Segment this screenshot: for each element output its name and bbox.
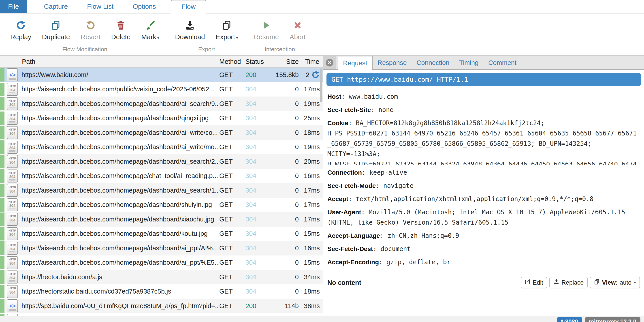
flow-time: 2 (299, 71, 323, 79)
header-value: none (378, 106, 394, 114)
flow-row[interactable]: <>https://www.baidu.com/GET200155.8kb2 (0, 68, 323, 82)
edit-button[interactable]: Edit (521, 277, 547, 288)
http-304-icon: HTTP304 (7, 141, 18, 154)
column-header-size[interactable]: Size (270, 58, 299, 65)
header-line[interactable]: Accept-Encoding: gzip, deflate, br (327, 257, 640, 267)
flow-time: 18ms (299, 288, 323, 295)
download-button[interactable]: Download (170, 19, 210, 41)
http-304-icon: HTTP304 (7, 227, 18, 240)
flow-status: 304 (246, 129, 270, 136)
tab-response[interactable]: Response (372, 56, 412, 69)
marker-strip (0, 198, 4, 212)
replace-button[interactable]: Replace (549, 277, 588, 288)
abort-button[interactable]: Abort (284, 19, 311, 41)
flow-row[interactable]: HTTP304https://aisearch.cdn.bcebos.com/h… (0, 198, 323, 212)
flow-row[interactable]: https://aisearch.cdn.bcebos.com/public/s… (0, 313, 323, 316)
column-header-method[interactable]: Method (219, 58, 246, 65)
header-line[interactable]: Sec-Fetch-Site: none (327, 105, 640, 115)
flow-size: 0 (270, 216, 299, 223)
replay-button[interactable]: Replay (5, 19, 36, 41)
menu-flow[interactable]: Flow (171, 0, 206, 14)
flow-path: https://aisearch.cdn.bcebos.com/homepage… (22, 158, 219, 165)
flow-method: GET (219, 100, 246, 108)
tab-timing[interactable]: Timing (454, 56, 483, 69)
html-document-icon: <> (7, 68, 18, 81)
flow-row[interactable]: HTTP304https://aisearch.cdn.bcebos.com/h… (0, 154, 323, 169)
marker-strip (0, 314, 4, 316)
flow-row[interactable]: HTTP304https://hectorstatic.baidu.com/cd… (0, 284, 323, 299)
header-line[interactable]: Host: www.baidu.com (327, 92, 640, 102)
flow-row[interactable]: HTTP304https://aisearch.cdn.bcebos.com/h… (0, 212, 323, 227)
menu-capture[interactable]: Capture (36, 0, 76, 13)
replaying-icon (311, 71, 320, 79)
menu-flow-list[interactable]: Flow List (79, 0, 122, 13)
column-header-path[interactable]: Path (0, 58, 219, 65)
flow-row[interactable]: HTTP304https://aisearch.cdn.bcebos.com/h… (0, 125, 323, 140)
flow-time: 17ms (299, 86, 323, 93)
header-line[interactable]: Accept-Language: zh-CN,zh-Hans;q=0.9 (327, 231, 640, 241)
mark-button[interactable]: Mark▾ (136, 19, 165, 41)
header-line[interactable]: Connection: keep-alive (327, 167, 640, 178)
flow-status: 304 (246, 288, 270, 295)
flow-method: GET (219, 201, 246, 208)
flow-method: GET (219, 288, 246, 295)
flow-status: 304 (246, 187, 270, 194)
flow-status: 304 (246, 273, 270, 281)
flow-path: https://aisearch.cdn.bcebos.com/homepage… (22, 244, 219, 252)
duplicate-button[interactable]: Duplicate (36, 19, 75, 41)
mitmproxy-version-badge: mitmproxy 12.2.0 (585, 317, 640, 322)
flow-size: 0 (270, 86, 299, 93)
status-bar: *:8080 mitmproxy 12.2.0 (0, 316, 644, 322)
flow-row[interactable]: HTTP304https://aisearch.cdn.bcebos.com/p… (0, 82, 323, 97)
revert-button[interactable]: Revert (75, 19, 106, 41)
flow-path: https://aisearch.cdn.bcebos.com/homepage… (22, 201, 219, 208)
header-value: gzip, deflate, br (386, 258, 451, 266)
column-header-status[interactable]: Status (246, 58, 270, 65)
flow-size: 0 (270, 187, 299, 194)
request-first-line[interactable]: GET https://www.baidu.com/ HTTP/1.1 (326, 73, 641, 86)
flow-row[interactable]: HTTP304https://aisearch.cdn.bcebos.com/h… (0, 97, 323, 111)
http-304-icon: HTTP304 (7, 155, 18, 168)
scrollbar-thumb[interactable] (320, 69, 322, 102)
toolbar: Replay Duplicate Revert Delete (0, 14, 644, 56)
menu-bar: File Capture Flow List Options Flow (0, 0, 644, 14)
flow-row[interactable]: HTTP304https://aisearch.cdn.bcebos.com/h… (0, 140, 323, 155)
flow-path: https://hectorstatic.baidu.com/cd37ed75a… (22, 288, 219, 295)
flow-row[interactable]: <>https://sp3.baidu.com/-0U_dTmfKgQFm2e8… (0, 299, 323, 313)
delete-button[interactable]: Delete (106, 19, 136, 41)
flow-time: 16ms (299, 244, 323, 252)
export-button[interactable]: Export▾ (210, 19, 244, 41)
menu-file[interactable]: File (0, 0, 27, 13)
view-mode-button[interactable]: View: auto ▾ (590, 277, 640, 288)
close-detail-button[interactable]: ✕ (323, 56, 336, 69)
flow-method: GET (219, 143, 246, 151)
flow-row[interactable]: HTTP304https://aisearch.cdn.bcebos.com/h… (0, 169, 323, 183)
header-name: Sec-Fetch-Dest (327, 245, 373, 252)
header-line[interactable]: Sec-Fetch-Mode: navigate (327, 181, 640, 191)
resume-button[interactable]: Resume (248, 19, 284, 41)
main-area: Path Method Status Size Time <>https://w… (0, 56, 644, 316)
image-icon (7, 314, 18, 316)
header-line[interactable]: User-Agent: Mozilla/5.0 (Macintosh; Inte… (327, 207, 640, 228)
flow-status: 304 (246, 114, 270, 122)
tab-connection[interactable]: Connection (412, 56, 454, 69)
tab-comment[interactable]: Comment (483, 56, 522, 69)
menu-options[interactable]: Options (125, 0, 164, 13)
marker-strip (0, 126, 4, 139)
revert-icon (86, 19, 96, 31)
flow-row[interactable]: HTTP304https://aisearch.cdn.bcebos.com/h… (0, 255, 323, 270)
tab-request[interactable]: Request (338, 56, 372, 70)
marker-strip (0, 140, 4, 154)
detail-tab-bar: ✕ Request Response Connection Timing Com… (323, 56, 644, 70)
column-header-time[interactable]: Time (299, 58, 323, 65)
header-line[interactable]: Accept: text/html,application/xhtml+xml,… (327, 194, 640, 204)
flow-row[interactable]: HTTP304https://aisearch.cdn.bcebos.com/h… (0, 183, 323, 198)
header-line[interactable]: Sec-Fetch-Dest: document (327, 244, 640, 254)
flow-row[interactable]: HTTP304https://aisearch.cdn.bcebos.com/h… (0, 227, 323, 241)
header-line[interactable]: Cookie: BA_HECTOR=812k8g2g8h850h818ka125… (327, 118, 640, 165)
flow-row[interactable]: HTTP304https://aisearch.cdn.bcebos.com/h… (0, 241, 323, 255)
flow-row[interactable]: HTTP304https://aisearch.cdn.bcebos.com/h… (0, 111, 323, 126)
download-icon (185, 19, 195, 31)
flow-row[interactable]: HTTP304https://hector.baidu.com/a.jsGET3… (0, 270, 323, 284)
marker-strip (0, 299, 4, 312)
